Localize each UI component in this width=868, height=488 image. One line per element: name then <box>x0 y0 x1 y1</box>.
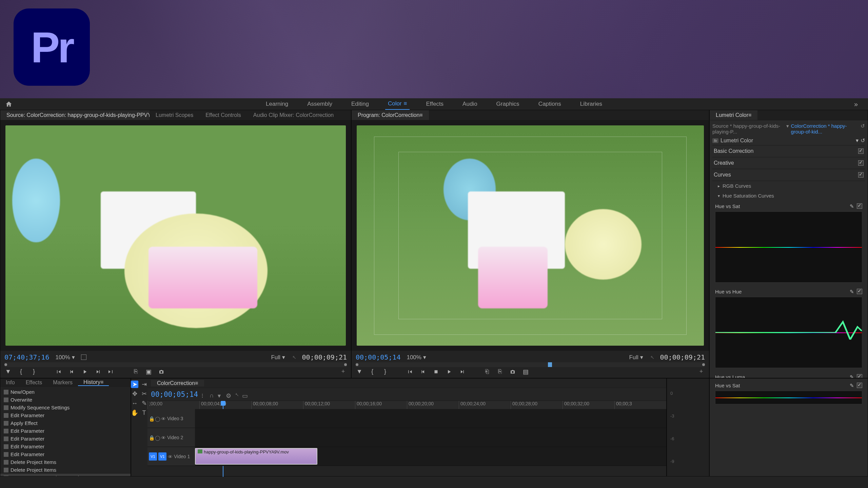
snapshot-icon[interactable] <box>158 368 165 375</box>
go-out-icon[interactable] <box>107 368 114 375</box>
marker-icon[interactable]: ▾ <box>218 392 222 397</box>
source-scrubber[interactable] <box>4 362 347 367</box>
hist-item[interactable]: Delete Project Items <box>0 466 131 474</box>
hist-item[interactable]: Edit Parameter <box>0 450 131 458</box>
cc-icon[interactable]: ▭ <box>242 392 247 397</box>
ws-tab-effects[interactable]: Effects <box>423 98 446 110</box>
ws-tab-captions[interactable]: Captions <box>536 98 564 110</box>
source-tc-in[interactable]: 07;40;37;16 <box>4 353 49 361</box>
hand-tool-icon[interactable]: ✋ <box>131 409 138 416</box>
out-brace-icon[interactable]: } <box>30 368 38 375</box>
wrench-icon[interactable] <box>291 355 296 360</box>
source-resolution-toggle[interactable] <box>81 354 86 360</box>
tab-audio-mixer[interactable]: Audio Clip Mixer: ColorCorrection <box>247 110 340 120</box>
eyedropper-icon[interactable]: ✎ <box>850 374 854 378</box>
eyedropper-icon[interactable]: ✎ <box>850 203 854 209</box>
eyedropper-icon[interactable]: ✎ <box>850 289 854 295</box>
hue-hue-curve[interactable] <box>715 297 862 368</box>
section-curves[interactable]: Curves <box>712 169 865 181</box>
settings-icon[interactable]: ⚙ <box>226 392 231 397</box>
reset-icon[interactable]: ↺ <box>861 137 865 144</box>
tab-history[interactable]: History ≡ <box>78 379 109 386</box>
section-rgb-curves[interactable]: ▸RGB Curves <box>712 181 865 191</box>
ws-tab-editing[interactable]: Editing <box>349 98 372 110</box>
hist-item[interactable]: Rename Item to 'ColorCorrection' <box>0 474 131 476</box>
ws-tab-learning[interactable]: Learning <box>263 98 291 110</box>
add-button-icon[interactable]: + <box>697 368 705 375</box>
step-fwd-icon[interactable] <box>94 368 101 375</box>
razor-tool-icon[interactable]: ✂ <box>140 390 148 398</box>
video-clip[interactable]: happy-group-of-kids-playing-PPVYA9V.mov <box>195 448 317 465</box>
play-icon[interactable] <box>81 368 88 375</box>
eyedropper-icon[interactable]: ✎ <box>850 383 854 389</box>
tab-program[interactable]: Program: ColorCorrection ≡ <box>352 110 429 120</box>
program-fit[interactable]: Full ▾ <box>629 354 643 361</box>
source-fit[interactable]: Full ▾ <box>271 354 285 361</box>
tab-lumetri-color[interactable]: Lumetri Color ≡ <box>710 110 757 120</box>
stop-icon[interactable] <box>432 368 440 375</box>
hist-item[interactable]: Edit Parameter <box>0 435 131 443</box>
in-brace-icon[interactable]: { <box>17 368 25 375</box>
hue-sat-curve[interactable] <box>715 211 862 283</box>
go-in-icon[interactable] <box>55 368 63 375</box>
timeline-ruler[interactable]: ;00;00 00;00;04;00 00;00;08;00 00;00;12;… <box>147 401 666 409</box>
insert-icon[interactable]: ⎘ <box>132 368 139 375</box>
hist-item[interactable]: New/Open <box>0 388 131 396</box>
home-button[interactable] <box>5 100 13 108</box>
step-back-icon[interactable] <box>68 368 76 375</box>
v1-target[interactable]: V1 <box>149 452 157 461</box>
timeline-tc[interactable]: 00;00;05;14 <box>151 390 198 399</box>
hist-item[interactable]: Edit Parameter <box>0 427 131 435</box>
lift-icon[interactable]: ⎗ <box>483 368 491 375</box>
enable-checkbox[interactable] <box>858 160 864 166</box>
tab-effect-controls[interactable]: Effect Controls <box>199 110 247 120</box>
wrench-icon[interactable] <box>649 355 654 360</box>
enable-checkbox[interactable] <box>857 203 862 209</box>
ripple-tool-icon[interactable]: ✥ <box>131 390 138 398</box>
lock-icon[interactable]: 🔒 <box>149 435 154 440</box>
program-scrubber[interactable] <box>356 362 705 367</box>
hist-item[interactable]: Apply Effect <box>0 419 131 427</box>
reset-icon[interactable]: ↺ <box>861 123 865 135</box>
hist-item[interactable]: Edit Parameter <box>0 411 131 419</box>
link-icon[interactable]: ∩ <box>210 392 214 397</box>
snapshot-icon[interactable] <box>509 368 516 375</box>
source-zoom[interactable]: 100% ▾ <box>55 354 75 361</box>
program-playhead[interactable] <box>548 362 552 367</box>
fx-badge-icon[interactable]: fx <box>712 138 718 143</box>
wrench-icon[interactable] <box>234 392 239 397</box>
enable-checkbox[interactable] <box>858 148 864 154</box>
hist-item[interactable]: Edit Parameter <box>0 443 131 450</box>
ws-tab-graphics[interactable]: Graphics <box>494 98 522 110</box>
ws-tab-color[interactable]: Color≡ <box>385 98 410 110</box>
enable-checkbox[interactable] <box>857 374 862 378</box>
section-basic-correction[interactable]: Basic Correction <box>712 145 865 157</box>
mark-in-icon[interactable]: ▼ <box>356 368 363 375</box>
ws-tab-libraries[interactable]: Libraries <box>577 98 605 110</box>
step-back-icon[interactable] <box>419 368 427 375</box>
v1-source[interactable]: V1 <box>158 452 166 461</box>
add-button-icon[interactable]: + <box>339 368 347 375</box>
hist-item[interactable]: Delete Project Items <box>0 458 131 466</box>
ws-tab-audio[interactable]: Audio <box>460 98 480 110</box>
program-zoom[interactable]: 100% ▾ <box>407 354 426 361</box>
step-fwd-icon[interactable] <box>458 368 466 375</box>
play-icon[interactable] <box>445 368 453 375</box>
out-brace-icon[interactable]: } <box>381 368 389 375</box>
track-select-icon[interactable]: ⇥ <box>140 381 148 388</box>
hue-sat-curve-2[interactable] <box>715 391 862 404</box>
selection-tool-icon[interactable]: ➤ <box>131 381 138 388</box>
enable-checkbox[interactable] <box>857 383 862 388</box>
ws-tab-assembly[interactable]: Assembly <box>304 98 335 110</box>
slip-tool-icon[interactable]: ↔ <box>131 400 138 407</box>
program-tc[interactable]: 00;00;05;14 <box>356 353 400 361</box>
pen-tool-icon[interactable]: ✎ <box>140 400 148 407</box>
enable-checkbox[interactable] <box>857 289 862 294</box>
lock-icon[interactable]: 🔒 <box>149 416 154 421</box>
tab-source[interactable]: Source: ColorCorrection: happy-group-of-… <box>0 110 150 120</box>
enable-checkbox[interactable] <box>858 172 864 178</box>
in-brace-icon[interactable]: { <box>369 368 376 375</box>
tab-markers[interactable]: Markers <box>47 380 78 386</box>
mark-in-icon[interactable]: ▼ <box>4 368 12 375</box>
program-monitor[interactable] <box>352 120 709 351</box>
